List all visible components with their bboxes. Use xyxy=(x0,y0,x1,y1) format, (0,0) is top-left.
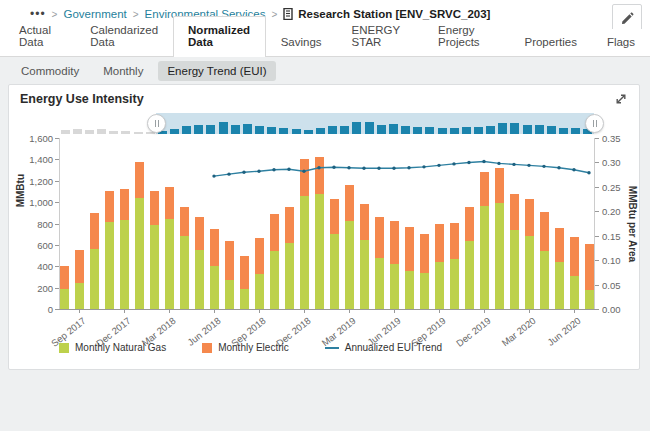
tab-energy-projects[interactable]: Energy Projects xyxy=(423,16,509,56)
eui-trend-point xyxy=(422,165,425,168)
subtab-monthly[interactable]: Monthly xyxy=(94,61,152,81)
right-axis-tick xyxy=(595,236,599,237)
navigator-bar xyxy=(85,130,94,134)
navigator-bar xyxy=(328,126,337,134)
subtab-bar: CommodityMonthlyEnergy Trend (EUI) xyxy=(0,57,650,84)
application-window: ••• >Government>Environmental Services> … xyxy=(0,0,650,431)
legend-item-monthly-natural-gas[interactable]: Monthly Natural Gas xyxy=(59,342,166,353)
tab-savings[interactable]: Savings xyxy=(266,28,337,56)
right-axis-tick xyxy=(595,285,599,286)
eui-trend-point xyxy=(242,171,245,174)
eui-trend-point xyxy=(407,166,410,169)
navigator-bar xyxy=(425,127,434,134)
expand-button[interactable] xyxy=(612,90,630,108)
navigator-bar xyxy=(206,125,215,134)
panel-title: Energy Use Intensity xyxy=(20,92,144,106)
right-axis-tick-label: 0.00 xyxy=(602,304,642,315)
right-axis-tick xyxy=(595,211,599,212)
eui-trend-point xyxy=(587,171,590,174)
subtab-commodity[interactable]: Commodity xyxy=(12,61,88,81)
eui-trend-point xyxy=(287,168,290,171)
legend-item-monthly-electric[interactable]: Monthly Electric xyxy=(202,342,289,353)
x-axis-tick xyxy=(304,309,305,313)
tab-calendarized-data[interactable]: Calendarized Data xyxy=(75,16,173,56)
left-axis-title: MMBtu xyxy=(15,174,26,207)
navigator-bar xyxy=(255,126,264,134)
tab-normalized-data[interactable]: Normalized Data xyxy=(173,16,266,57)
eui-trend-point xyxy=(482,160,485,163)
left-axis-tick xyxy=(55,309,59,310)
pencil-icon xyxy=(620,12,634,26)
left-axis-tick-label: 800 xyxy=(9,219,53,230)
subtab-energy-trend-eui[interactable]: Energy Trend (EUI) xyxy=(158,61,275,81)
navigator-bar xyxy=(365,122,374,134)
navigator-bar xyxy=(523,125,532,134)
tab-flags[interactable]: Flags xyxy=(592,28,650,56)
x-axis-tick xyxy=(439,309,440,313)
navigator-bar xyxy=(486,126,495,134)
eui-trend-point xyxy=(227,172,230,175)
navigator-bar xyxy=(170,129,179,134)
tab-energy-star[interactable]: ENERGY STAR xyxy=(337,16,424,56)
expand-icon xyxy=(614,92,628,106)
navigator-bar xyxy=(304,130,313,134)
eui-trend-point xyxy=(467,161,470,164)
navigator-bar xyxy=(194,125,203,134)
x-axis-tick xyxy=(169,309,170,313)
right-axis-title: MMBtu per Area xyxy=(627,185,638,261)
navigator-bar xyxy=(547,126,556,134)
navigator-bar xyxy=(279,128,288,134)
legend-item-annualized-eui-trend[interactable]: Annualized EUI Trend xyxy=(325,342,442,353)
left-axis-tick-label: 1,400 xyxy=(9,154,53,165)
navigator-bar xyxy=(474,127,483,134)
eui-trend-point xyxy=(212,174,215,177)
eui-trend-point xyxy=(392,167,395,170)
tab-bar: Actual DataCalendarized DataNormalized D… xyxy=(0,29,650,57)
x-axis-tick xyxy=(124,309,125,313)
right-axis-tick xyxy=(595,260,599,261)
navigator-bar xyxy=(267,127,276,134)
left-axis-tick-label: 1,600 xyxy=(9,133,53,144)
navigator-bar xyxy=(243,124,252,134)
left-axis-tick-label: 0 xyxy=(9,304,53,315)
navigator-bar xyxy=(61,130,70,134)
navigator-left-handle[interactable] xyxy=(147,114,166,133)
x-axis-tick xyxy=(79,309,80,313)
left-axis-tick-label: 600 xyxy=(9,240,53,251)
tab-actual-data[interactable]: Actual Data xyxy=(4,16,75,56)
building-icon xyxy=(283,8,293,20)
navigator-bar xyxy=(401,126,410,134)
breadcrumb-separator: > xyxy=(271,9,277,20)
eui-trend-point xyxy=(542,165,545,168)
eui-trend-point xyxy=(347,166,350,169)
legend-swatch xyxy=(202,343,212,353)
x-axis-tick xyxy=(394,309,395,313)
navigator-bar xyxy=(121,131,130,134)
eui-trend-point xyxy=(572,168,575,171)
x-axis-tick xyxy=(529,309,530,313)
navigator-bar xyxy=(413,127,422,134)
navigator-bar xyxy=(231,125,240,134)
navigator-right-handle[interactable] xyxy=(585,114,604,133)
right-axis-tick xyxy=(595,187,599,188)
chart-legend: Monthly Natural GasMonthly ElectricAnnua… xyxy=(59,342,442,353)
content-area: CommodityMonthlyEnergy Trend (EUI) Energ… xyxy=(0,57,650,431)
eui-trend-point xyxy=(557,166,560,169)
navigator-bar xyxy=(219,122,228,134)
right-axis-tick-label: 0.05 xyxy=(602,280,642,291)
left-axis-tick-label: 400 xyxy=(9,261,53,272)
navigator-bar xyxy=(438,128,447,134)
navigator-bar xyxy=(498,123,507,134)
legend-line-swatch xyxy=(325,347,339,349)
tab-properties[interactable]: Properties xyxy=(509,28,591,56)
legend-label: Annualized EUI Trend xyxy=(345,342,442,353)
navigator-bar xyxy=(450,128,459,134)
navigator-bar xyxy=(73,129,82,134)
eui-trend-point xyxy=(302,170,305,173)
legend-label: Monthly Electric xyxy=(218,342,289,353)
right-axis-tick xyxy=(595,309,599,310)
eui-trend-point xyxy=(452,162,455,165)
navigator-bar xyxy=(182,126,191,134)
x-axis-tick xyxy=(484,309,485,313)
navigator-bar xyxy=(134,132,143,134)
